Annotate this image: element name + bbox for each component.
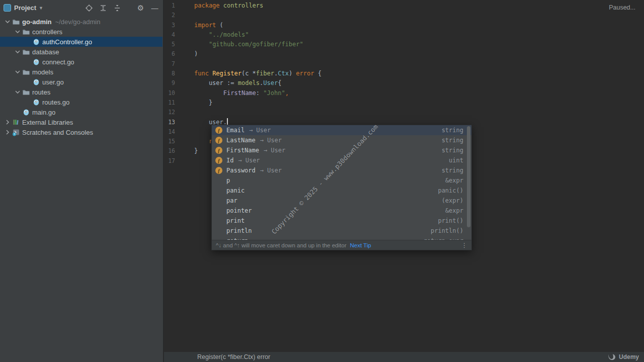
line-number: 7 [164,59,175,69]
chevron-right-icon[interactable] [4,118,12,126]
completion-name: println [226,227,252,234]
tree-item-label: routes.go [42,99,69,106]
chevron-right-icon[interactable] [4,128,12,136]
completion-value-type: panic() [438,187,463,194]
hide-icon[interactable]: — [150,4,159,12]
code-line-5[interactable]: 5 "github.com/gofiber/fiber" [164,40,644,49]
arrow-right-icon: → [249,127,253,134]
completion-value-type: string [442,147,463,154]
tree-item-authcontroller-go[interactable]: authController.go [0,37,163,47]
tree-item-label: go-admin [22,18,52,26]
chevron-down-icon[interactable] [14,88,22,96]
code-line-8[interactable]: 8func Register(c *fiber.Ctx) error { [164,69,644,78]
code-line-4[interactable]: 4 "../models" [164,30,644,40]
line-number: 4 [164,30,175,40]
field-icon: f [215,167,222,174]
code-text: } [194,98,212,108]
completion-target-type: User [267,167,282,174]
completion-name: Id [226,157,233,164]
more-options-icon[interactable]: ⋮ [461,242,467,249]
completion-popup: fEmail→UserstringfLastName→UserstringfFi… [211,125,472,250]
tree-item-connect-go[interactable]: connect.go [0,57,163,67]
completion-item-println[interactable]: fprintlnprintln() [212,226,471,236]
completion-name: FirstName [226,147,259,154]
tree-item-user-go[interactable]: user.go [0,77,163,87]
tree-item-label: connect.go [42,58,74,66]
code-text: func Register(c *fiber.Ctx) error { [194,69,321,78]
collapse-all-icon[interactable] [113,4,121,12]
line-number: 9 [164,78,175,88]
completion-name: Password [226,167,256,174]
code-text: "../models" [194,30,249,40]
status-bar: Register(c *fiber.Ctx) error Udemy [164,352,644,362]
go-file-icon [32,58,40,66]
completion-footer: ^↓ and ^↑ will move caret down and up in… [212,240,471,250]
completion-target-type: User [256,127,271,134]
folder-icon [22,48,30,56]
completion-item-email[interactable]: fEmail→Userstring [212,125,471,135]
completion-item-firstname[interactable]: fFirstName→Userstring [212,145,471,155]
completion-target-type: User [267,137,282,144]
tree-item-label: routes [32,88,50,96]
code-line-10[interactable]: 10 FirstName: "John", [164,88,644,98]
project-tool-window-icon [4,4,11,12]
chevron-down-icon[interactable] [14,48,22,56]
code-line-6[interactable]: 6) [164,49,644,59]
line-number: 3 [164,21,175,30]
indent-spacer [24,38,32,46]
field-icon: f [215,137,222,144]
chevron-down-icon[interactable]: ▼ [39,6,43,11]
code-text: user := models.User{ [194,78,281,88]
tree-item-models[interactable]: models [0,67,163,77]
breadcrumb[interactable]: Register(c *fiber.Ctx) error [197,353,270,360]
code-line-2[interactable]: 2 [164,11,644,20]
completion-item-panic[interactable]: fpanicpanic() [212,186,471,196]
indent-spacer [14,108,22,116]
tree-item-path: ~/dev/go-admin [55,18,101,26]
text-caret [227,118,228,125]
code-line-12[interactable]: 12 [164,108,644,117]
popup-scrollbar[interactable] [467,126,470,227]
code-line-9[interactable]: 9 user := models.User{ [164,78,644,88]
project-panel-title[interactable]: Project [14,4,36,12]
completion-value-type: print() [438,217,463,224]
code-line-1[interactable]: 1package controllers [164,1,644,11]
settings-icon[interactable]: ⚙ [136,4,145,12]
expand-all-icon[interactable] [99,4,107,12]
completion-item-pointer[interactable]: fpointer&expr [212,206,471,216]
completion-name: pointer [226,207,252,214]
tree-item-go-admin[interactable]: go-admin~/dev/go-admin [0,17,163,27]
completion-item-id[interactable]: fId→Useruint [212,155,471,165]
next-tip-link[interactable]: Next Tip [350,242,371,248]
completion-item-print[interactable]: fprintprint() [212,216,471,226]
go-file-icon [22,108,30,116]
chevron-down-icon[interactable] [14,28,22,36]
code-line-3[interactable]: 3import ( [164,21,644,30]
code-text: } [194,146,198,156]
chevron-down-icon[interactable] [4,18,12,26]
tree-item-controllers[interactable]: controllers [0,27,163,37]
tree-item-database[interactable]: database [0,47,163,57]
completion-item-lastname[interactable]: fLastName→Userstring [212,135,471,145]
ide-window: Project ▼ ⚙— go-admin~/dev/go-admincontr… [0,0,644,362]
line-number: 10 [164,88,175,98]
tree-item-scratches-and-consoles[interactable]: Scratches and Consoles [0,127,163,137]
line-number: 6 [164,49,175,59]
go-file-icon [32,78,40,86]
project-panel: Project ▼ ⚙— go-admin~/dev/go-admincontr… [0,0,164,362]
completion-hint: ^↓ and ^↑ will move caret down and up in… [216,242,346,248]
tree-item-routes[interactable]: routes [0,87,163,97]
tree-item-main-go[interactable]: main.go [0,107,163,117]
locate-icon[interactable] [85,4,93,12]
completion-item-password[interactable]: fPassword→Userstring [212,165,471,175]
completion-value-type: &expr [445,207,463,214]
tree-item-external-libraries[interactable]: External Libraries [0,117,163,127]
completion-value-type: string [442,127,463,134]
completion-item-p[interactable]: fp&expr [212,175,471,186]
completion-name: panic [226,187,245,194]
completion-item-par[interactable]: fpar(expr) [212,196,471,206]
code-line-11[interactable]: 11 } [164,98,644,108]
tree-item-routes-go[interactable]: routes.go [0,97,163,107]
chevron-down-icon[interactable] [14,68,22,76]
code-line-7[interactable]: 7 [164,59,644,69]
